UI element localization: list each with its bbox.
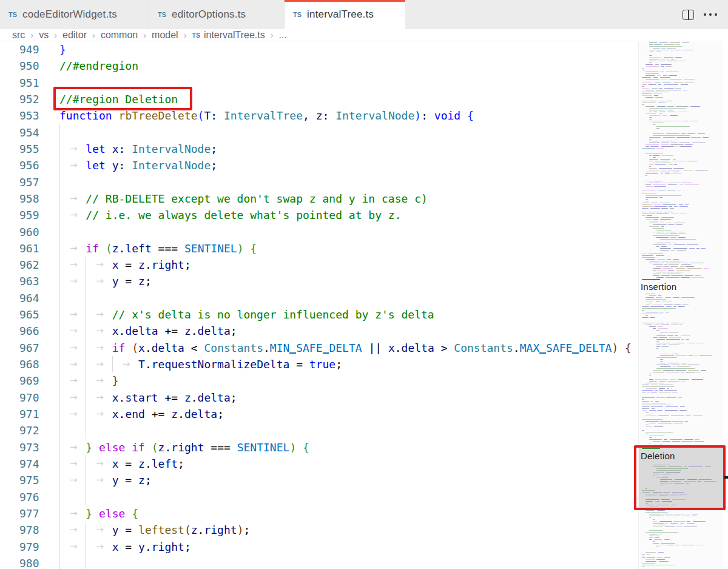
code-line[interactable]: 978→→y = leftest(z.right); [0, 522, 638, 538]
code-line[interactable]: 962→→x = z.right; [0, 257, 638, 273]
breadcrumb-item[interactable]: common [101, 30, 138, 41]
minimap-line [673, 521, 686, 522]
code-line[interactable]: 975→→y = z; [0, 472, 638, 488]
code-line[interactable]: 954 [0, 124, 638, 141]
minimap-line [675, 370, 686, 371]
code-line[interactable]: 967→→if (x.delta < Constants.MINSAFEDELT… [0, 340, 638, 356]
minimap-line [696, 372, 700, 372]
breadcrumb-overflow[interactable]: ... [279, 30, 287, 41]
code-line[interactable]: 960 [0, 224, 638, 240]
minimap-line [645, 106, 655, 107]
minimap-line [642, 77, 651, 78]
line-number: 956 [0, 157, 39, 173]
token: : [119, 159, 132, 172]
tab-codeeditorwidget[interactable]: TS codeEditorWidget.ts [0, 0, 149, 29]
minimap-line [649, 168, 657, 169]
minimap-line [642, 392, 646, 392]
line-number: 951 [0, 75, 39, 91]
minimap-line [656, 234, 669, 234]
breadcrumb[interactable]: src›vs›editor›common›model›TSintervalTre… [0, 29, 728, 41]
minimap-line [657, 510, 665, 511]
breadcrumb-item[interactable]: model [152, 30, 178, 41]
whitespace-tab-arrow: → [70, 456, 78, 472]
minimap-line [649, 57, 661, 58]
code-line[interactable]: 949} [0, 41, 638, 58]
minimap-line [645, 297, 654, 298]
breadcrumb-item[interactable]: vs [39, 30, 49, 41]
more-actions-icon[interactable] [704, 13, 717, 16]
code-line[interactable]: 957 [0, 174, 638, 190]
token: { [250, 242, 257, 255]
minimap-line [653, 163, 672, 163]
token [296, 441, 303, 454]
minimap-line [694, 355, 698, 356]
code-line[interactable]: 973→} else if (z.right === SENTINEL) { [0, 439, 638, 456]
token: delta [125, 325, 158, 337]
minimap-line [649, 374, 652, 374]
minimap-line [645, 559, 655, 560]
token: Constants [454, 342, 513, 354]
indent-guide [59, 422, 60, 439]
minimap-line [645, 425, 649, 425]
whitespace-tab-arrow: → [70, 340, 78, 356]
minimap-line [682, 42, 689, 43]
code-line[interactable]: 961→if (z.left === SENTINEL) { [0, 240, 638, 257]
code-line[interactable]: 969→→} [0, 372, 638, 389]
indent-guide [86, 456, 86, 472]
token: . [145, 540, 152, 553]
minimap-line [642, 86, 644, 87]
minimap-line [653, 270, 656, 271]
minimap-line [649, 261, 659, 261]
minimap-line [656, 330, 659, 331]
minimap-line [660, 161, 670, 161]
code-line[interactable]: 977→} else { [0, 505, 638, 522]
code-line[interactable]: 955→let x: IntervalNode; [0, 141, 638, 157]
token: delta [402, 342, 434, 354]
code-line[interactable]: 950//#endregion [0, 58, 638, 74]
code-line[interactable]: 972 [0, 422, 638, 439]
code-line[interactable]: 959→// i.e. we always delete what's poin… [0, 207, 638, 223]
minimap-line [653, 328, 656, 329]
code-line[interactable]: 963→→y = z; [0, 273, 638, 289]
code-line[interactable]: 968→→→T.requestNormalizeDelta = true; [0, 356, 638, 372]
code-text: x.start += z.delta; [112, 389, 237, 406]
token: = [119, 275, 139, 288]
code-line[interactable]: 958→// RB-DELETE except we don't swap z … [0, 190, 638, 207]
code-line[interactable]: 976 [0, 489, 638, 505]
minimap-line [642, 93, 652, 94]
indent-guide [59, 240, 60, 257]
minimap-line [642, 308, 676, 309]
code-line[interactable]: 980 [0, 555, 638, 569]
tab-editoroptions[interactable]: TS editorOptions.ts [149, 0, 285, 29]
token: x [388, 342, 395, 354]
breadcrumb-file[interactable]: intervalTree.ts [204, 30, 265, 41]
minimap-line [687, 523, 694, 524]
minimap-line [645, 426, 652, 427]
minimap-line [656, 297, 663, 298]
minimap-line [658, 525, 666, 525]
indent-guide [59, 389, 60, 406]
code-line[interactable]: 965→→// x's delta is no longer influence… [0, 306, 638, 323]
minimap-line [662, 441, 670, 442]
breadcrumb-item[interactable]: src [12, 30, 25, 41]
code-line[interactable]: 956→let y: IntervalNode; [0, 157, 638, 173]
line-number: 962 [0, 257, 39, 273]
code-editor[interactable]: 949}950//#endregion951952//#region Delet… [0, 41, 638, 569]
code-line[interactable]: 979→→x = y.right; [0, 539, 638, 555]
tab-intervaltree[interactable]: TS intervalTree.ts [285, 0, 405, 29]
indent-guide [59, 489, 60, 505]
indent-guide [86, 323, 86, 339]
breadcrumb-item[interactable]: editor [62, 30, 87, 41]
code-line[interactable]: 974→→x = z.left; [0, 456, 638, 472]
split-editor-icon[interactable] [682, 10, 694, 20]
code-line[interactable]: 970→→x.start += z.delta; [0, 389, 638, 406]
code-line[interactable]: 966→→x.delta += z.delta; [0, 323, 638, 339]
minimap-line [656, 341, 659, 342]
code-line[interactable]: 971→→x.end += z.delta; [0, 406, 638, 422]
code-text: } else { [86, 505, 138, 522]
code-line[interactable]: 964 [0, 290, 638, 306]
minimap-line [653, 135, 690, 136]
minimap-line [642, 408, 649, 409]
token: ) [289, 441, 296, 454]
minimap-line [649, 115, 661, 116]
